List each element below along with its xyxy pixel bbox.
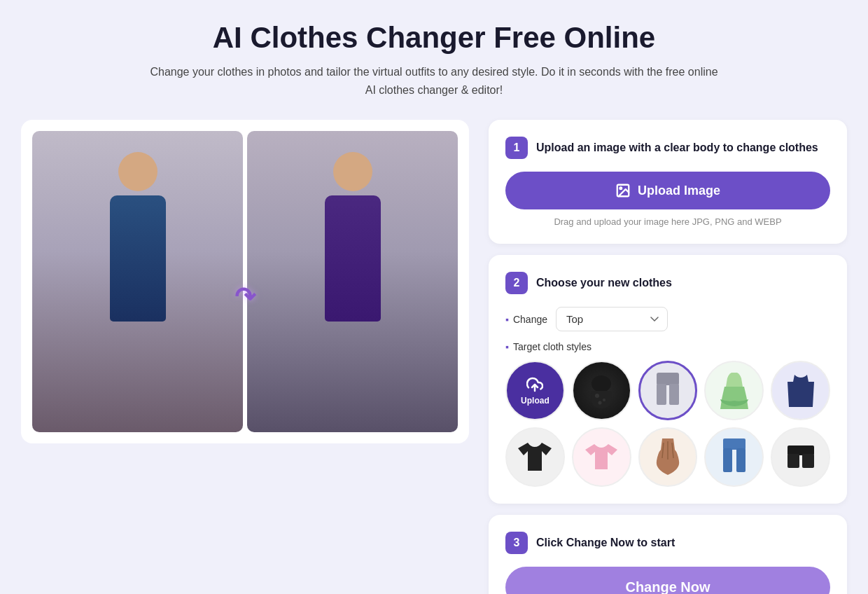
figure-body-before bbox=[110, 195, 166, 322]
navy-tank-shape bbox=[788, 375, 814, 407]
pink-crop-shape bbox=[585, 444, 617, 469]
svg-rect-18 bbox=[802, 454, 814, 468]
svg-rect-17 bbox=[788, 454, 799, 468]
example-images-wrapper: ↷ bbox=[32, 131, 458, 432]
svg-rect-8 bbox=[657, 384, 666, 405]
cloth-black-tshirt[interactable] bbox=[505, 427, 565, 487]
example-image-after bbox=[247, 131, 458, 432]
clothes-grid: Upload bbox=[505, 361, 830, 487]
svg-rect-9 bbox=[669, 384, 679, 405]
figure-before bbox=[32, 131, 243, 432]
page-header: AI Clothes Changer Free Online Change yo… bbox=[14, 21, 854, 99]
cloth-upload-button[interactable]: Upload bbox=[505, 361, 565, 420]
brown-dress-shape bbox=[655, 438, 680, 475]
change-now-button[interactable]: Change Now bbox=[505, 567, 830, 594]
upload-cloth-label: Upload bbox=[521, 396, 550, 406]
green-dress-shape bbox=[720, 373, 748, 409]
svg-point-6 bbox=[598, 401, 602, 404]
cloth-gray-pants[interactable] bbox=[638, 361, 698, 420]
example-image-before bbox=[32, 131, 243, 432]
figure-head-before bbox=[118, 152, 158, 191]
step-3-number: 3 bbox=[505, 532, 528, 554]
page-title: AI Clothes Changer Free Online bbox=[14, 21, 854, 55]
example-panel: ↷ bbox=[21, 120, 469, 443]
step-1-card: 1 Upload an image with a clear body to c… bbox=[489, 120, 847, 244]
main-layout: ↷ 1 Upload an image with a clear body to… bbox=[21, 120, 847, 594]
figure-hair-after bbox=[329, 146, 377, 202]
figure-head-after bbox=[333, 152, 372, 191]
target-cloth-label: Target cloth styles bbox=[505, 341, 830, 352]
svg-point-1 bbox=[620, 188, 622, 190]
svg-rect-13 bbox=[723, 438, 746, 450]
upload-drag-hint: Drag and upload your image here JPG, PNG… bbox=[505, 216, 830, 227]
step-1-number: 1 bbox=[505, 137, 528, 159]
step-3-card: 3 Click Change Now to start Change Now bbox=[489, 515, 847, 594]
svg-rect-7 bbox=[657, 373, 679, 385]
cloth-blue-jeans[interactable] bbox=[704, 427, 764, 487]
upload-icon bbox=[615, 183, 631, 198]
svg-rect-16 bbox=[788, 446, 814, 455]
step-1-header: 1 Upload an image with a clear body to c… bbox=[505, 137, 830, 159]
upload-image-button[interactable]: Upload Image bbox=[505, 172, 830, 209]
cloth-green-dress[interactable] bbox=[704, 361, 764, 420]
step-2-card: 2 Choose your new clothes Change Top Bot… bbox=[489, 255, 847, 504]
svg-point-3 bbox=[592, 375, 611, 392]
change-row: Change Top Bottom Full Body Dress bbox=[505, 307, 830, 331]
steps-panel: 1 Upload an image with a clear body to c… bbox=[489, 120, 847, 594]
page-subtitle: Change your clothes in photos and tailor… bbox=[147, 63, 721, 99]
svg-point-5 bbox=[603, 399, 606, 401]
gray-pants-shape bbox=[654, 373, 682, 409]
cloth-brown-dress[interactable] bbox=[638, 427, 698, 487]
figure-after bbox=[247, 131, 458, 432]
floral-skirt-shape bbox=[586, 373, 617, 408]
step-1-title: Upload an image with a clear body to cha… bbox=[536, 140, 818, 156]
black-shorts-shape bbox=[786, 446, 816, 468]
cloth-pink-crop[interactable] bbox=[572, 427, 631, 487]
svg-rect-15 bbox=[736, 448, 746, 472]
step-2-title: Choose your new clothes bbox=[536, 275, 672, 291]
cloth-black-shorts[interactable] bbox=[771, 427, 830, 487]
figure-body-after bbox=[325, 195, 381, 322]
black-tshirt-shape bbox=[518, 443, 552, 471]
cloth-floral-skirt[interactable] bbox=[572, 361, 631, 420]
upload-cloth-icon bbox=[526, 376, 543, 393]
step-2-header: 2 Choose your new clothes bbox=[505, 272, 830, 294]
figure-hair-before bbox=[114, 146, 162, 202]
svg-point-4 bbox=[595, 394, 599, 398]
step-2-number: 2 bbox=[505, 272, 528, 294]
step-3-title: Click Change Now to start bbox=[536, 535, 675, 551]
change-label: Change bbox=[505, 314, 547, 325]
svg-rect-14 bbox=[723, 448, 732, 472]
blue-jeans-shape bbox=[722, 438, 747, 475]
clothing-type-select[interactable]: Top Bottom Full Body Dress bbox=[556, 307, 668, 331]
step-3-header: 3 Click Change Now to start bbox=[505, 532, 830, 554]
cloth-navy-tank[interactable] bbox=[771, 361, 830, 420]
